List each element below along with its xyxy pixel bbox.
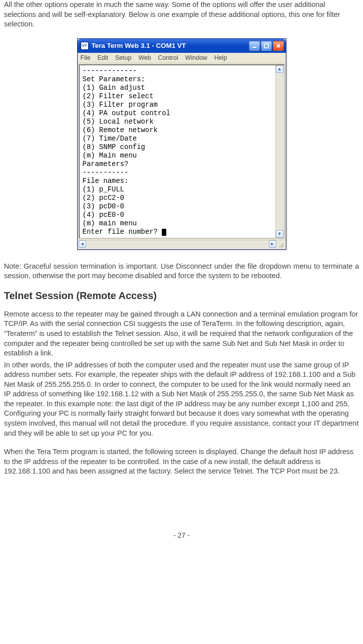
svg-point-7 (282, 246, 283, 247)
minimize-button[interactable] (249, 41, 260, 51)
menu-web[interactable]: Web (138, 54, 151, 61)
svg-point-3 (281, 245, 282, 246)
menu-edit[interactable]: Edit (98, 54, 109, 61)
menu-control[interactable]: Control (158, 54, 178, 61)
maximize-button[interactable] (261, 41, 272, 51)
scroll-up-button[interactable]: ▲ (276, 65, 283, 73)
menu-window[interactable]: Window (185, 54, 207, 61)
svg-rect-0 (252, 47, 256, 48)
svg-point-2 (282, 243, 283, 244)
horizontal-scrollbar[interactable]: ◄ ► (79, 240, 285, 248)
intro-paragraph: All the other options operate in much th… (4, 0, 359, 29)
teraterm-window: VT Tera Term Web 3.1 - COM1 VT File Edit… (77, 38, 286, 250)
menu-help[interactable]: Help (214, 54, 227, 61)
svg-rect-1 (264, 44, 268, 48)
page-number: - 27 - (4, 531, 359, 539)
svg-point-5 (279, 246, 280, 247)
vertical-scrollbar[interactable]: ▲ ▼ (275, 65, 284, 238)
svg-point-6 (281, 246, 282, 247)
menubar: File Edit Setup Web Control Window Help (78, 53, 286, 63)
menu-setup[interactable]: Setup (115, 54, 131, 61)
telnet-paragraph-3: When the Tera Term program is started, t… (4, 447, 359, 477)
window-title: Tera Term Web 3.1 - COM1 VT (92, 42, 249, 49)
close-button[interactable] (273, 41, 284, 51)
teraterm-screenshot: VT Tera Term Web 3.1 - COM1 VT File Edit… (4, 38, 359, 250)
resize-grip-icon[interactable] (276, 240, 285, 249)
section-heading: Telnet Session (Remote Access) (4, 290, 359, 302)
menu-file[interactable]: File (81, 54, 91, 61)
scroll-right-button[interactable]: ► (269, 240, 276, 248)
terminal-text: ------------- Set Parameters: (1) Gain a… (83, 67, 170, 236)
scroll-left-button[interactable]: ◄ (79, 240, 86, 248)
app-icon: VT (81, 42, 89, 50)
telnet-paragraph-1: Remote access to the repeater may be gai… (4, 310, 359, 358)
svg-point-4 (282, 245, 283, 246)
cursor-icon (162, 229, 166, 236)
note-paragraph: Note: Graceful session termination is im… (4, 262, 359, 281)
terminal-output[interactable]: ------------- Set Parameters: (1) Gain a… (80, 65, 275, 238)
titlebar[interactable]: VT Tera Term Web 3.1 - COM1 VT (78, 39, 286, 53)
terminal-client: ------------- Set Parameters: (1) Gain a… (79, 64, 285, 239)
telnet-paragraph-2: In other words, the IP addresses of both… (4, 360, 359, 439)
scroll-down-button[interactable]: ▼ (276, 230, 283, 238)
